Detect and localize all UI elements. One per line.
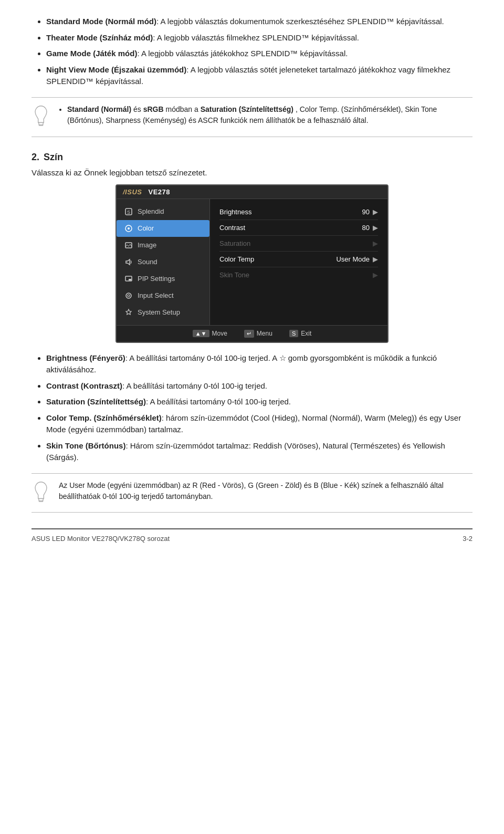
note1-mid2: módban a: [166, 105, 201, 113]
content-value: User Mode: [336, 255, 370, 263]
bullet-game: Game Mode (Játék mód): A legjobb választ…: [46, 48, 472, 60]
content-label: Saturation: [219, 239, 373, 247]
content-row-contrast: Contrast80▶: [219, 220, 378, 236]
monitor-body: SSplendidColorImageSoundPIP SettingsInpu…: [117, 199, 387, 325]
svg-rect-9: [129, 279, 131, 280]
footer-right: 3-2: [463, 535, 472, 543]
monitor-brand: /ISUS: [123, 188, 142, 196]
bullet-theater: Theater Mode (Színház mód): A legjobb vá…: [46, 32, 472, 44]
footer-btn-menu: ↵Menu: [244, 330, 272, 338]
top-bullet-list: Standard Mode (Normál mód): A legjobb vá…: [32, 16, 472, 88]
bullet-brightness: Brightness (Fényerő): A beállítási tarto…: [46, 352, 472, 376]
section2-number: 2.: [32, 152, 39, 163]
bullet-standard: Standard Mode (Normál mód): A legjobb vá…: [46, 16, 472, 28]
note1-bold2: sRGB: [143, 105, 164, 113]
menu-icon-sound: [124, 257, 133, 267]
content-value: 80: [362, 224, 370, 232]
content-arrow-icon: ▶: [373, 271, 378, 279]
monitor-menu-item-pip[interactable]: PIP Settings: [117, 270, 209, 287]
footer-btn-icon: ↵: [244, 330, 254, 338]
svg-point-11: [128, 295, 130, 297]
bottom-bar: ASUS LED Monitor VE278Q/VK278Q sorozat 3…: [32, 528, 472, 543]
menu-icon-color: [124, 224, 133, 233]
footer-btn-label: Menu: [257, 330, 272, 337]
content-arrow-icon: ▶: [373, 255, 378, 263]
monitor-titlebar: /ISUS VE278: [117, 185, 387, 199]
footer-left: ASUS LED Monitor VE278Q/VK278Q sorozat: [32, 535, 170, 543]
monitor-model: VE278: [148, 188, 170, 196]
bullet-standard-text: : A legjobb választás dokumentumok szerk…: [156, 17, 444, 26]
note-text-2: Az User Mode (egyéni üzemmódban) az R (R…: [59, 480, 472, 503]
menu-icon-input: [124, 291, 133, 300]
svg-point-5: [128, 227, 130, 230]
content-label: Contrast: [219, 224, 362, 232]
note-box-1: Standard (Normál) és sRGB módban a Satur…: [32, 97, 472, 137]
footer-btn-move: ▲▼Move: [193, 330, 227, 337]
menu-label-input: Input Select: [138, 291, 174, 299]
bullet-game-bold: Game Mode (Játék mód): [46, 49, 137, 58]
bullet-colortemp: Color Temp. (Színhőmérséklet): három szí…: [46, 412, 472, 436]
monitor-menu-item-sound[interactable]: Sound: [117, 254, 209, 270]
content-label: Brightness: [219, 208, 362, 216]
svg-text:S: S: [127, 210, 130, 215]
bullet-skintone: Skin Tone (Bőrtónus): Három szín-üzemmód…: [46, 440, 472, 464]
menu-label-image: Image: [138, 241, 156, 249]
svg-marker-7: [126, 259, 130, 265]
note1-mid1: és: [133, 105, 143, 113]
svg-point-10: [126, 293, 131, 298]
section2-subtitle: Válassza ki az Önnek legjobban tetsző sz…: [32, 168, 472, 177]
menu-icon-pip: [124, 274, 133, 284]
footer-btn-icon: ▲▼: [193, 330, 209, 337]
menu-label-pip: PIP Settings: [138, 275, 175, 283]
content-arrow-icon: ▶: [373, 208, 378, 216]
monitor-ui: /ISUS VE278 SSplendidColorImageSoundPIP …: [116, 184, 388, 343]
bullet-nightview-bold: Night View Mode (Éjszakai üzemmód): [46, 65, 186, 74]
monitor-footer: ▲▼Move↵MenuSExit: [117, 325, 387, 342]
content-label: Color Temp: [219, 255, 336, 263]
menu-icon-splendid: S: [124, 207, 133, 216]
note-box-2: Az User Mode (egyéni üzemmódban) az R (R…: [32, 473, 472, 513]
note1-bold3: Saturation (Színtelítettség): [201, 105, 293, 113]
content-row-skin-tone: Skin Tone▶: [219, 267, 378, 283]
bullet-nightview: Night View Mode (Éjszakai üzemmód): A le…: [46, 64, 472, 88]
bullet-game-text: : A legjobb választás játékokhoz SPLENDI…: [137, 49, 348, 58]
content-row-saturation: Saturation▶: [219, 236, 378, 252]
monitor-menu-item-splendid[interactable]: SSplendid: [117, 203, 209, 220]
content-row-brightness: Brightness90▶: [219, 204, 378, 220]
monitor-menu-item-color[interactable]: Color: [117, 220, 209, 237]
section2-heading-row: 2. Szín: [32, 147, 472, 165]
footer-btn-exit: SExit: [289, 330, 311, 337]
content-label: Skin Tone: [219, 271, 373, 279]
menu-icon-system: [124, 308, 133, 317]
menu-icon-image: [124, 241, 133, 250]
note-text-1: Standard (Normál) és sRGB módban a Satur…: [59, 104, 472, 130]
content-value: 90: [362, 208, 370, 216]
menu-label-sound: Sound: [138, 258, 158, 266]
note-icon-1: [32, 105, 51, 130]
monitor-menu-item-system[interactable]: System Setup: [117, 304, 209, 321]
footer-btn-label: Exit: [301, 330, 311, 337]
content-row-color-temp: Color TempUser Mode▶: [219, 252, 378, 267]
bullet-saturation: Saturation (Színtelítettség): A beállítá…: [46, 396, 472, 408]
section2-title: Szín: [44, 152, 63, 163]
bullet-standard-bold: Standard Mode (Normál mód): [46, 17, 156, 26]
menu-label-system: System Setup: [138, 308, 180, 316]
bullet-theater-bold: Theater Mode (Színház mód): [46, 33, 153, 42]
menu-label-color: Color: [138, 224, 154, 232]
note-icon-2: [32, 481, 51, 506]
monitor-menu-col: SSplendidColorImageSoundPIP SettingsInpu…: [117, 199, 210, 325]
note1-bold1: Standard (Normál): [67, 105, 131, 113]
footer-btn-label: Move: [212, 330, 227, 337]
mid-bullet-list: Brightness (Fényerő): A beállítási tarto…: [32, 352, 472, 464]
monitor-menu-item-input[interactable]: Input Select: [117, 287, 209, 304]
bullet-contrast: Contrast (Kontraszt): A beállítási tarto…: [46, 380, 472, 392]
content-arrow-icon: ▶: [373, 239, 378, 247]
content-arrow-icon: ▶: [373, 224, 378, 232]
bullet-theater-text: : A legjobb választás filmekhez SPLENDID…: [153, 33, 359, 42]
footer-btn-icon: S: [289, 330, 298, 337]
monitor-menu-item-image[interactable]: Image: [117, 237, 209, 254]
monitor-content-col: Brightness90▶Contrast80▶Saturation▶Color…: [210, 199, 387, 325]
menu-label-splendid: Splendid: [138, 207, 164, 215]
